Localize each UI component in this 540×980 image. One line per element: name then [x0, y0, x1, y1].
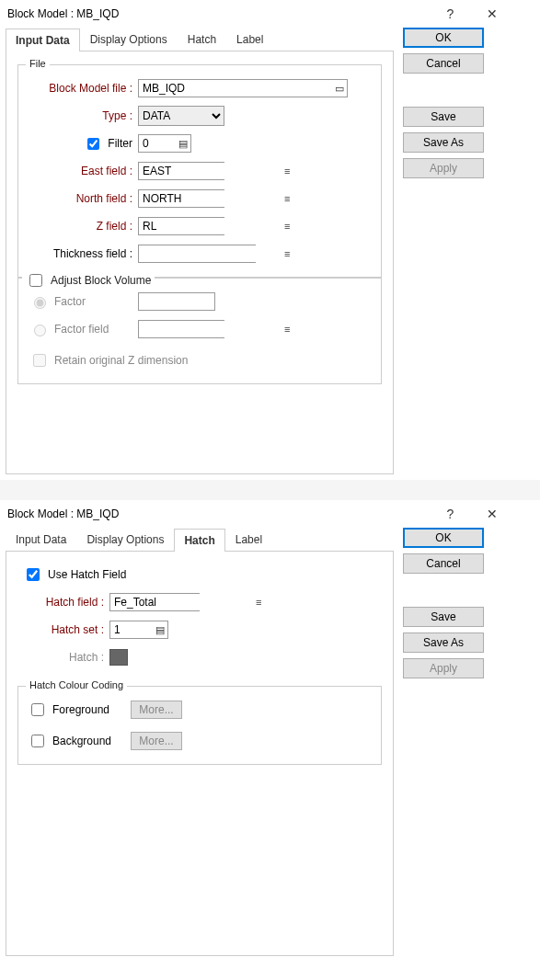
retain-z-label: Retain original Z dimension	[54, 354, 188, 367]
type-select[interactable]: DATA	[138, 106, 224, 126]
close-button[interactable]: ✕	[471, 500, 512, 528]
z-field-label: Z field :	[28, 220, 138, 233]
adjust-block-volume-label: Adjust Block Volume	[51, 274, 151, 287]
help-button[interactable]: ?	[430, 0, 471, 28]
tab-hatch[interactable]: Hatch	[174, 529, 224, 552]
use-hatch-field-checkbox[interactable]	[27, 568, 40, 581]
titlebar: Block Model : MB_IQD ? ✕	[0, 0, 512, 28]
north-field-label: North field :	[28, 192, 138, 205]
east-field-text[interactable]	[139, 163, 284, 179]
apply-button: Apply	[403, 658, 484, 678]
save-button[interactable]: Save	[403, 107, 484, 127]
file-group-legend: File	[26, 58, 50, 69]
list-icon[interactable]: ≡	[284, 193, 290, 204]
background-label: Background	[52, 735, 111, 747]
block-model-file-text[interactable]	[139, 80, 332, 97]
ok-button[interactable]: OK	[403, 28, 484, 48]
hatch-swatch	[109, 649, 128, 666]
thickness-field-label: Thickness field :	[28, 247, 138, 260]
list-icon[interactable]: ≡	[284, 248, 290, 259]
background-checkbox[interactable]	[31, 735, 44, 747]
filter-input[interactable]: ▤	[138, 134, 191, 153]
hatch-field-input[interactable]: ≡	[109, 593, 200, 611]
hatch-field-label: Hatch field :	[17, 596, 109, 609]
foreground-label: Foreground	[52, 703, 109, 716]
z-field-input[interactable]: ≡	[138, 217, 224, 235]
tab-pane-input-data: File Block Model file : ▭ Type : DATA	[6, 51, 394, 474]
block-model-file-input[interactable]: ▭	[138, 79, 348, 97]
hatch-colour-coding-legend: Hatch Colour Coding	[26, 679, 127, 690]
east-field-label: East field :	[28, 165, 138, 177]
file-group: File Block Model file : ▭ Type : DATA	[17, 64, 382, 278]
type-label: Type :	[28, 109, 138, 122]
cancel-button[interactable]: Cancel	[403, 53, 484, 74]
factor-radio	[34, 297, 46, 309]
filter-label: Filter	[108, 137, 132, 150]
factor-field-label: Factor field	[54, 323, 109, 336]
list-icon[interactable]: ≡	[284, 165, 290, 177]
tab-label[interactable]: Label	[225, 528, 272, 551]
file-browse-icon[interactable]: ▭	[332, 83, 347, 95]
tabstrip: Input Data Display Options Hatch Label	[6, 28, 394, 51]
ok-button[interactable]: OK	[403, 528, 484, 548]
save-button[interactable]: Save	[403, 607, 484, 627]
hatch-field-text[interactable]	[110, 594, 256, 610]
filter-checkbox[interactable]	[87, 138, 99, 150]
factor-field-input: ≡	[138, 320, 224, 338]
east-field-input[interactable]: ≡	[138, 162, 224, 180]
hatch-set-label: Hatch set :	[17, 623, 109, 636]
factor-input	[138, 292, 215, 311]
tab-input-data[interactable]: Input Data	[6, 28, 80, 51]
tab-pane-hatch: Use Hatch Field Hatch field : ≡ Hatch se…	[6, 552, 394, 956]
retain-z-checkbox	[33, 354, 46, 367]
filter-text[interactable]	[139, 135, 176, 152]
foreground-checkbox[interactable]	[31, 703, 44, 716]
titlebar: Block Model : MB_IQD ? ✕	[0, 500, 512, 528]
dialog-block-model-input-data: Block Model : MB_IQD ? ✕ Input Data Disp…	[0, 0, 512, 480]
list-icon: ≡	[284, 324, 290, 335]
thickness-field-text[interactable]	[139, 245, 284, 262]
tab-hatch[interactable]: Hatch	[178, 28, 226, 51]
thickness-field-input[interactable]: ≡	[138, 245, 256, 263]
north-field-text[interactable]	[139, 190, 284, 207]
save-as-button[interactable]: Save As	[403, 132, 484, 153]
help-button[interactable]: ?	[430, 500, 471, 528]
browse-icon[interactable]: ▤	[153, 624, 167, 636]
z-field-text[interactable]	[139, 218, 284, 234]
cancel-button[interactable]: Cancel	[403, 553, 484, 574]
close-button[interactable]: ✕	[471, 0, 512, 28]
factor-field-radio	[34, 325, 46, 336]
list-icon[interactable]: ≡	[284, 221, 290, 232]
factor-label: Factor	[54, 295, 86, 308]
save-as-button[interactable]: Save As	[403, 632, 484, 653]
hatch-set-input[interactable]: ▤	[109, 621, 168, 639]
background-more-button: More...	[131, 732, 182, 750]
block-model-file-label: Block Model file :	[28, 82, 138, 95]
tab-display-options[interactable]: Display Options	[76, 528, 174, 551]
tab-display-options[interactable]: Display Options	[80, 28, 178, 51]
apply-button: Apply	[403, 158, 484, 178]
tabstrip: Input Data Display Options Hatch Label	[6, 528, 394, 552]
use-hatch-field-label: Use Hatch Field	[48, 568, 126, 581]
hatch-set-text[interactable]	[110, 621, 153, 638]
list-icon[interactable]: ≡	[256, 597, 261, 608]
tab-label[interactable]: Label	[226, 28, 273, 51]
tab-input-data[interactable]: Input Data	[6, 528, 76, 551]
dialog-block-model-hatch: Block Model : MB_IQD ? ✕ Input Data Disp…	[0, 500, 512, 965]
foreground-more-button: More...	[131, 701, 182, 719]
filter-browse-icon[interactable]: ▤	[176, 138, 190, 150]
dialog-title: Block Model : MB_IQD	[7, 507, 430, 520]
north-field-input[interactable]: ≡	[138, 189, 224, 208]
hatch-swatch-label: Hatch :	[17, 651, 109, 664]
adjust-block-volume-group: Adjust Block Volume Factor Fact	[17, 278, 382, 384]
dialog-title: Block Model : MB_IQD	[7, 7, 430, 20]
adjust-block-volume-checkbox[interactable]	[29, 274, 42, 287]
hatch-colour-coding-group: Hatch Colour Coding Foreground More... B…	[17, 686, 382, 765]
